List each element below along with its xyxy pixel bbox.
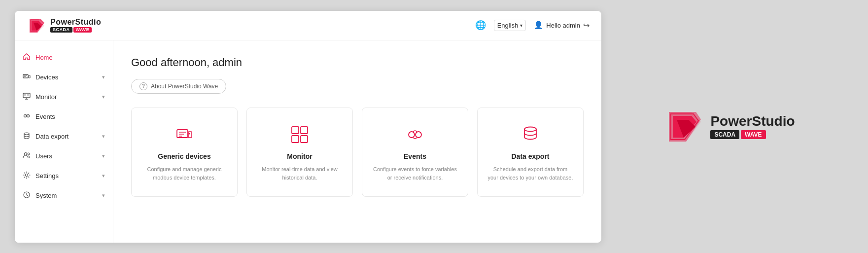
greeting: Good afternoon, admin [131,56,584,69]
body: Home Devices ▾ [15,40,601,243]
sidebar-item-users[interactable]: Users ▾ [15,147,113,166]
svg-rect-30 [301,127,308,134]
language-label: English [497,22,519,29]
chevron-users-icon: ▾ [102,153,105,159]
sidebar-item-devices[interactable]: Devices ▾ [15,68,113,87]
svg-point-28 [189,133,190,134]
svg-rect-32 [301,136,308,143]
events-icon [23,112,31,122]
about-button-label: About PowerStudio Wave [151,83,218,90]
about-button[interactable]: ? About PowerStudio Wave [131,79,226,94]
card-generic-devices-desc: Configure and manage generic modbus devi… [141,165,227,182]
sidebar-label-system: System [35,192,57,199]
sidebar-item-settings[interactable]: Settings ▾ [15,167,113,185]
right-badge-scada: SCADA [710,130,739,139]
sidebar-item-events[interactable]: Events [15,108,113,126]
card-events-title: Events [404,152,426,160]
right-badge-wave: WAVE [741,130,765,139]
card-data-export[interactable]: Data export Schedule and export data fro… [477,108,584,197]
sidebar-label-home: Home [35,54,53,61]
chevron-down-icon: ▾ [520,23,522,28]
logout-icon[interactable]: ↪ [583,21,590,30]
sidebar-label-data-export: Data export [35,133,69,140]
user-area: 👤 Hello admin ↪ [534,21,590,30]
data-export-icon [23,132,31,142]
badge-scada: SCADA [50,27,72,33]
logo-area: PowerStudio SCADA WAVE [27,16,101,35]
right-logo-title: PowerStudio [710,114,795,128]
sidebar-label-devices: Devices [35,73,58,81]
card-monitor[interactable]: Monitor Monitor real-time data and view … [246,108,353,197]
right-logo-icon [664,107,703,146]
monitor-icon [23,92,31,102]
sidebar-item-monitor[interactable]: Monitor ▾ [15,88,113,107]
chevron-monitor-icon: ▾ [102,94,105,100]
svg-rect-13 [27,94,29,96]
language-selector[interactable]: English ▾ [494,20,526,31]
svg-point-34 [416,132,421,138]
chevron-system-icon: ▾ [102,192,105,199]
card-generic-devices-title: Generic devices [158,152,210,160]
svg-rect-31 [292,136,299,143]
devices-icon [23,72,31,82]
card-generic-devices[interactable]: Generic devices Configure and manage gen… [131,108,238,197]
right-logo-badges: SCADA WAVE [710,130,765,139]
info-icon: ? [139,82,147,90]
settings-icon [23,171,31,181]
svg-point-33 [409,132,415,138]
globe-icon[interactable]: 🌐 [475,20,486,31]
header-right: 🌐 English ▾ 👤 Hello admin ↪ [475,20,590,31]
chevron-data-export-icon: ▾ [102,133,105,140]
card-data-export-desc: Schedule and export data from your devic… [487,165,573,182]
home-icon [23,53,31,63]
sidebar-label-events: Events [35,113,55,120]
svg-rect-29 [292,127,299,134]
svg-point-18 [24,133,29,135]
main-card: PowerStudio SCADA WAVE 🌐 English ▾ 👤 Hel… [15,11,601,243]
user-greeting: Hello admin [546,22,580,29]
logo-badges: SCADA WAVE [50,27,101,33]
card-events-desc: Configure events to force variables or r… [372,165,458,182]
events-card-icon [405,124,425,145]
users-icon [23,151,31,161]
card-monitor-desc: Monitor real-time data and view historic… [257,165,343,182]
user-icon: 👤 [534,21,543,30]
logo-icon [27,16,45,35]
right-panel: PowerStudio SCADA WAVE [601,107,858,146]
sidebar-item-home[interactable]: Home [15,48,113,67]
sidebar-item-data-export[interactable]: Data export ▾ [15,127,113,146]
card-events[interactable]: Events Configure events to force variabl… [362,108,468,197]
header: PowerStudio SCADA WAVE 🌐 English ▾ 👤 Hel… [15,11,601,40]
cards-grid: Generic devices Configure and manage gen… [131,108,584,197]
chevron-settings-icon: ▾ [102,173,105,179]
svg-rect-12 [24,94,26,96]
svg-rect-24 [188,132,192,138]
sidebar-label-monitor: Monitor [35,93,57,101]
card-monitor-title: Monitor [287,152,312,160]
svg-point-20 [28,153,30,155]
svg-rect-6 [29,75,30,78]
svg-rect-23 [177,130,188,138]
svg-point-21 [26,174,28,176]
logo-text: PowerStudio SCADA WAVE [50,18,101,33]
sidebar-item-system[interactable]: System ▾ [15,186,113,205]
svg-point-15 [27,114,30,117]
monitor-card-icon [290,124,310,145]
sidebar: Home Devices ▾ [15,40,113,243]
chevron-devices-icon: ▾ [102,74,105,80]
system-icon [23,191,31,201]
main-content: Good afternoon, admin ? About PowerStudi… [113,40,601,243]
badge-wave: WAVE [73,27,92,33]
svg-point-35 [524,127,536,131]
svg-point-19 [25,152,27,155]
logo-title: PowerStudio [50,18,101,26]
data-export-card-icon [521,124,540,145]
generic-devices-icon [174,124,194,145]
card-data-export-title: Data export [511,152,549,160]
sidebar-label-settings: Settings [35,172,59,180]
right-logo-text: PowerStudio SCADA WAVE [710,114,795,139]
sidebar-label-users: Users [35,152,52,160]
svg-point-14 [24,114,27,117]
